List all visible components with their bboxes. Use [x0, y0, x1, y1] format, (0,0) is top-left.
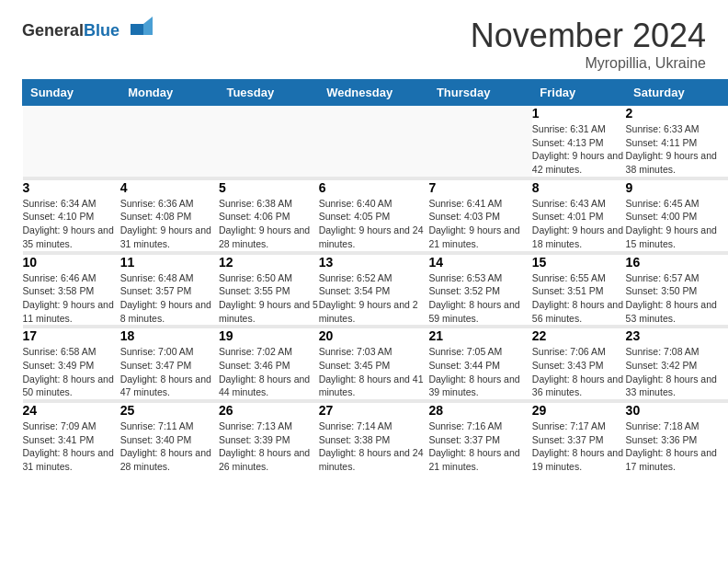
day-cell [219, 106, 319, 177]
day-number: 21 [428, 328, 531, 343]
day-number: 13 [319, 255, 429, 270]
day-cell: 23Sunrise: 7:08 AMSunset: 3:42 PMDayligh… [626, 328, 728, 399]
logo-text: GeneralBlue [22, 22, 119, 40]
day-detail: Sunrise: 6:38 AMSunset: 4:06 PMDaylight:… [219, 197, 319, 251]
calendar-header: SundayMondayTuesdayWednesdayThursdayFrid… [23, 80, 728, 106]
day-detail: Sunrise: 7:14 AMSunset: 3:38 PMDaylight:… [319, 419, 429, 474]
week-row-0: 1Sunrise: 6:31 AMSunset: 4:13 PMDaylight… [23, 106, 728, 177]
page-header: GeneralBlue November 2024 Myropillia, Uk… [0, 0, 728, 79]
day-number: 10 [23, 255, 120, 270]
day-cell: 3Sunrise: 6:34 AMSunset: 4:10 PMDaylight… [23, 180, 120, 251]
day-cell: 1Sunrise: 6:31 AMSunset: 4:13 PMDaylight… [532, 106, 626, 177]
day-number: 19 [219, 328, 319, 343]
weekday-saturday: Saturday [626, 80, 728, 106]
day-number: 1 [532, 106, 626, 121]
day-cell: 21Sunrise: 7:05 AMSunset: 3:44 PMDayligh… [428, 328, 531, 399]
day-number: 23 [626, 328, 728, 343]
day-detail: Sunrise: 7:16 AMSunset: 3:37 PMDaylight:… [428, 419, 531, 474]
day-cell: 29Sunrise: 7:17 AMSunset: 3:37 PMDayligh… [532, 403, 626, 474]
day-cell: 27Sunrise: 7:14 AMSunset: 3:38 PMDayligh… [319, 403, 429, 474]
day-number: 16 [626, 255, 728, 270]
calendar-table: SundayMondayTuesdayWednesdayThursdayFrid… [22, 79, 728, 474]
day-detail: Sunrise: 7:00 AMSunset: 3:47 PMDaylight:… [120, 345, 219, 399]
day-detail: Sunrise: 6:36 AMSunset: 4:08 PMDaylight:… [120, 197, 219, 251]
day-number: 2 [626, 106, 728, 121]
day-detail: Sunrise: 6:55 AMSunset: 3:51 PMDaylight:… [532, 271, 626, 326]
day-detail: Sunrise: 7:09 AMSunset: 3:41 PMDaylight:… [23, 419, 120, 474]
day-number: 11 [120, 255, 219, 270]
day-detail: Sunrise: 6:48 AMSunset: 3:57 PMDaylight:… [120, 271, 219, 326]
day-cell: 2Sunrise: 6:33 AMSunset: 4:11 PMDaylight… [626, 106, 728, 177]
day-cell: 13Sunrise: 6:52 AMSunset: 3:54 PMDayligh… [319, 255, 429, 326]
week-row-2: 10Sunrise: 6:46 AMSunset: 3:58 PMDayligh… [23, 255, 728, 326]
day-cell: 10Sunrise: 6:46 AMSunset: 3:58 PMDayligh… [23, 255, 120, 326]
day-detail: Sunrise: 6:45 AMSunset: 4:00 PMDaylight:… [626, 197, 728, 251]
day-number: 24 [23, 403, 120, 418]
location: Myropillia, Ukraine [471, 55, 706, 72]
day-number: 18 [120, 328, 219, 343]
day-detail: Sunrise: 6:46 AMSunset: 3:58 PMDaylight:… [23, 271, 120, 326]
day-number: 6 [319, 180, 429, 195]
day-detail: Sunrise: 6:57 AMSunset: 3:50 PMDaylight:… [626, 271, 728, 326]
weekday-monday: Monday [120, 80, 219, 106]
logo-blue: Blue [84, 21, 119, 40]
day-detail: Sunrise: 6:41 AMSunset: 4:03 PMDaylight:… [428, 197, 531, 251]
day-detail: Sunrise: 7:02 AMSunset: 3:46 PMDaylight:… [219, 345, 319, 399]
day-number: 7 [428, 180, 531, 195]
day-number: 5 [219, 180, 319, 195]
day-number: 17 [23, 328, 120, 343]
day-cell: 24Sunrise: 7:09 AMSunset: 3:41 PMDayligh… [23, 403, 120, 474]
logo-icon [123, 17, 153, 46]
day-cell: 6Sunrise: 6:40 AMSunset: 4:05 PMDaylight… [319, 180, 429, 251]
day-detail: Sunrise: 7:03 AMSunset: 3:45 PMDaylight:… [319, 345, 429, 399]
logo: GeneralBlue [22, 17, 153, 46]
day-number: 28 [428, 403, 531, 418]
week-row-4: 24Sunrise: 7:09 AMSunset: 3:41 PMDayligh… [23, 403, 728, 474]
calendar-body: 1Sunrise: 6:31 AMSunset: 4:13 PMDaylight… [23, 106, 728, 474]
day-cell: 20Sunrise: 7:03 AMSunset: 3:45 PMDayligh… [319, 328, 429, 399]
day-number: 15 [532, 255, 626, 270]
day-detail: Sunrise: 7:13 AMSunset: 3:39 PMDaylight:… [219, 419, 319, 474]
week-row-1: 3Sunrise: 6:34 AMSunset: 4:10 PMDaylight… [23, 180, 728, 251]
day-number: 12 [219, 255, 319, 270]
day-detail: Sunrise: 7:18 AMSunset: 3:36 PMDaylight:… [626, 419, 728, 474]
day-number: 30 [626, 403, 728, 418]
day-detail: Sunrise: 6:52 AMSunset: 3:54 PMDaylight:… [319, 271, 429, 326]
day-number: 26 [219, 403, 319, 418]
day-detail: Sunrise: 6:58 AMSunset: 3:49 PMDaylight:… [23, 345, 120, 399]
day-cell: 22Sunrise: 7:06 AMSunset: 3:43 PMDayligh… [532, 328, 626, 399]
day-detail: Sunrise: 7:05 AMSunset: 3:44 PMDaylight:… [428, 345, 531, 399]
weekday-thursday: Thursday [428, 80, 531, 106]
day-cell: 15Sunrise: 6:55 AMSunset: 3:51 PMDayligh… [532, 255, 626, 326]
day-cell: 14Sunrise: 6:53 AMSunset: 3:52 PMDayligh… [428, 255, 531, 326]
day-cell [23, 106, 120, 177]
calendar-wrapper: SundayMondayTuesdayWednesdayThursdayFrid… [0, 79, 728, 485]
day-cell: 28Sunrise: 7:16 AMSunset: 3:37 PMDayligh… [428, 403, 531, 474]
weekday-wednesday: Wednesday [319, 80, 429, 106]
day-detail: Sunrise: 6:33 AMSunset: 4:11 PMDaylight:… [626, 122, 728, 177]
day-cell [120, 106, 219, 177]
month-title: November 2024 [471, 17, 706, 55]
day-number: 3 [23, 180, 120, 195]
day-detail: Sunrise: 6:50 AMSunset: 3:55 PMDaylight:… [219, 271, 319, 326]
day-cell: 4Sunrise: 6:36 AMSunset: 4:08 PMDaylight… [120, 180, 219, 251]
day-number: 14 [428, 255, 531, 270]
day-cell [319, 106, 429, 177]
svg-marker-1 [143, 17, 153, 35]
day-cell: 8Sunrise: 6:43 AMSunset: 4:01 PMDaylight… [532, 180, 626, 251]
weekday-row: SundayMondayTuesdayWednesdayThursdayFrid… [23, 80, 728, 106]
day-cell: 25Sunrise: 7:11 AMSunset: 3:40 PMDayligh… [120, 403, 219, 474]
day-cell [428, 106, 531, 177]
logo-general: General [22, 21, 84, 40]
day-number: 25 [120, 403, 219, 418]
weekday-sunday: Sunday [23, 80, 120, 106]
day-detail: Sunrise: 7:08 AMSunset: 3:42 PMDaylight:… [626, 345, 728, 399]
weekday-friday: Friday [532, 80, 626, 106]
day-detail: Sunrise: 6:43 AMSunset: 4:01 PMDaylight:… [532, 197, 626, 251]
day-cell: 7Sunrise: 6:41 AMSunset: 4:03 PMDaylight… [428, 180, 531, 251]
day-cell: 17Sunrise: 6:58 AMSunset: 3:49 PMDayligh… [23, 328, 120, 399]
day-detail: Sunrise: 7:17 AMSunset: 3:37 PMDaylight:… [532, 419, 626, 474]
day-detail: Sunrise: 7:11 AMSunset: 3:40 PMDaylight:… [120, 419, 219, 474]
weekday-tuesday: Tuesday [219, 80, 319, 106]
day-cell: 19Sunrise: 7:02 AMSunset: 3:46 PMDayligh… [219, 328, 319, 399]
